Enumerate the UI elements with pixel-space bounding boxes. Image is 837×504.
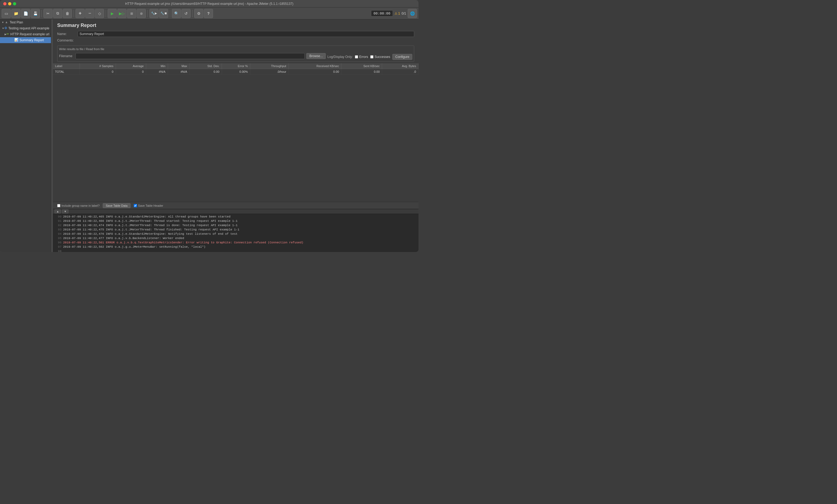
delete-button[interactable]: 🗑 [63, 9, 72, 18]
log-line-text: 2019-07-09 11:40:22,477 INFO o.a.j.v.b.B… [63, 236, 184, 240]
filename-input[interactable] [75, 53, 305, 59]
comments-row: Comments: [57, 38, 414, 42]
write-results-title: Write results to file / Read from file [59, 48, 412, 51]
log-line-number: 93 [54, 228, 61, 232]
log-line-number: 92 [54, 223, 61, 228]
separator-5 [170, 10, 170, 17]
include-group-label[interactable]: Include group name in label? [57, 204, 100, 207]
window-title: HTTP Request example url.jmx (/Users/dim… [125, 2, 293, 6]
log-scroll-down-button[interactable]: ▼ [62, 210, 69, 214]
save-header-text: Save Table Header [138, 204, 163, 207]
col-max: Max [168, 63, 190, 69]
col-error-pct: Error % [222, 63, 250, 69]
log-scroll-up-button[interactable]: ▲ [54, 210, 61, 214]
browse-button[interactable]: Browse... [306, 53, 326, 59]
log-line: 932019-07-09 11:40:22,475 INFO o.a.j.t.J… [53, 228, 418, 232]
open-button[interactable]: 📁 [11, 9, 20, 18]
successes-checkbox-label[interactable]: Successes [370, 55, 390, 59]
start-button[interactable]: ▶ [108, 9, 117, 18]
remove-button[interactable]: − [85, 9, 94, 18]
remote-all-button[interactable]: 🌐 [408, 9, 417, 18]
window-controls [3, 2, 16, 5]
sidebar-item-http-request[interactable]: ▶ ✏ HTTP Request example url [0, 31, 51, 37]
errors-checkbox[interactable] [355, 55, 358, 58]
log-line-text: 2019-07-09 11:40:22,501 ERROR o.a.j.v.b.… [63, 240, 303, 245]
col-min: Min [146, 63, 168, 69]
remote-stop-button[interactable]: 🔧⏹ [159, 9, 168, 18]
function-icon: ⚙ [197, 11, 201, 16]
include-group-checkbox[interactable] [57, 204, 60, 207]
table-body: TOTAL00#N/A#N/A0.000.00%.0/hour0.000.00.… [53, 69, 418, 75]
table-cell: #N/A [168, 69, 190, 75]
close-button[interactable] [3, 2, 6, 5]
col-throughput: Throughput [250, 63, 288, 69]
successes-label: Successes [375, 55, 390, 59]
timer-display: 00:00:00 [371, 10, 393, 16]
separator-1 [41, 10, 42, 17]
test-plan-icon: ▲ [4, 20, 8, 24]
function-button[interactable]: ⚙ [194, 9, 203, 18]
col-average: Average [116, 63, 146, 69]
separator-2 [74, 10, 74, 17]
start-no-pause-button[interactable]: ▶▷ [117, 9, 126, 18]
add-button[interactable]: + [75, 9, 85, 18]
name-row: Name: [57, 31, 414, 37]
save-header-checkbox[interactable] [134, 204, 137, 207]
errors-checkbox-label[interactable]: Errors [355, 55, 368, 59]
reset-button[interactable]: ↺ [181, 9, 191, 18]
main-window: HTTP Request example url.jmx (/Users/dim… [0, 0, 418, 252]
clear-button[interactable]: ◇ [95, 9, 104, 18]
save-copy-button[interactable]: 📄 [21, 9, 30, 18]
add-icon: + [79, 11, 82, 16]
help-button[interactable]: ? [204, 9, 213, 18]
configure-button[interactable]: Configure [392, 54, 412, 60]
sidebar-item-summary-report[interactable]: 📊 Summary Report [0, 37, 51, 43]
table-row: TOTAL00#N/A#N/A0.000.00%.0/hour0.000.00.… [53, 69, 418, 75]
toolbar-right: 00:00:00 ⚠ 1 0/1 🌐 [371, 9, 417, 18]
cut-button[interactable]: ✂ [43, 9, 53, 18]
save-button[interactable]: 💾 [31, 9, 40, 18]
table-cell: 0.00 [288, 69, 341, 75]
help-icon: ? [207, 11, 210, 16]
log-line-text: 2019-07-09 11:40:22,476 INFO o.a.j.e.Sta… [63, 232, 237, 236]
remote-start-button[interactable]: 🔧▶ [149, 9, 159, 18]
sidebar-item-test-plan[interactable]: ▼ ▲ Test Plan [0, 19, 51, 25]
summary-report-icon: 📊 [14, 38, 18, 42]
delete-icon: 🗑 [66, 11, 69, 16]
open-icon: 📁 [14, 11, 18, 16]
shutdown-button[interactable]: ⏺ [137, 9, 146, 18]
summary-panel: Summary Report Name: Comments: Write res… [53, 19, 418, 209]
log-line: 922019-07-09 11:40:22,474 INFO o.a.j.t.J… [53, 223, 418, 228]
table-cell: 0.00 [190, 69, 222, 75]
minimize-button[interactable] [8, 2, 11, 5]
save-table-data-button[interactable]: Save Table Data [103, 203, 130, 208]
tree-arrow-http: ▶ [4, 33, 6, 36]
log-toolbar: ▲ ▼ [53, 209, 418, 214]
col-label: Label [53, 63, 79, 69]
sidebar-item-label-http-request: HTTP Request example url [10, 32, 49, 36]
log-line-text: 2019-07-09 11:40:22,475 INFO o.a.j.t.JMe… [63, 228, 239, 232]
errors-label: Errors [359, 55, 368, 59]
save-header-label[interactable]: Save Table Header [134, 204, 163, 207]
stop-button[interactable]: ⏹ [127, 9, 136, 18]
sidebar-item-thread-group[interactable]: ▼ ⚙ Testing request API example [0, 25, 51, 31]
cut-icon: ✂ [47, 11, 50, 16]
name-input[interactable] [78, 31, 414, 37]
log-content: 902019-07-09 11:40:22,465 INFO o.a.j.e.S… [53, 214, 418, 252]
search-icon: 🔍 [174, 11, 179, 16]
copy-button[interactable]: ⧉ [53, 9, 62, 18]
maximize-button[interactable] [13, 2, 16, 5]
reset-icon: ↺ [184, 11, 188, 16]
log-line-number: 98 [54, 249, 61, 252]
table-cell: 0.00% [222, 69, 250, 75]
successes-checkbox[interactable] [370, 55, 373, 58]
toolbar: ▭ 📁 📄 💾 ✂ ⧉ 🗑 + − ◇ ▶ [0, 7, 418, 19]
name-label: Name: [57, 32, 76, 36]
include-group-text: Include group name in label? [61, 204, 100, 207]
new-icon: ▭ [4, 11, 8, 16]
right-panel: Summary Report Name: Comments: Write res… [53, 19, 418, 252]
log-line: 912019-07-09 11:40:22,466 INFO o.a.j.t.J… [53, 219, 418, 223]
search-button[interactable]: 🔍 [172, 9, 181, 18]
new-button[interactable]: ▭ [2, 9, 11, 18]
log-display-row: Log/Display Only: Errors Successes Confi… [327, 54, 412, 60]
